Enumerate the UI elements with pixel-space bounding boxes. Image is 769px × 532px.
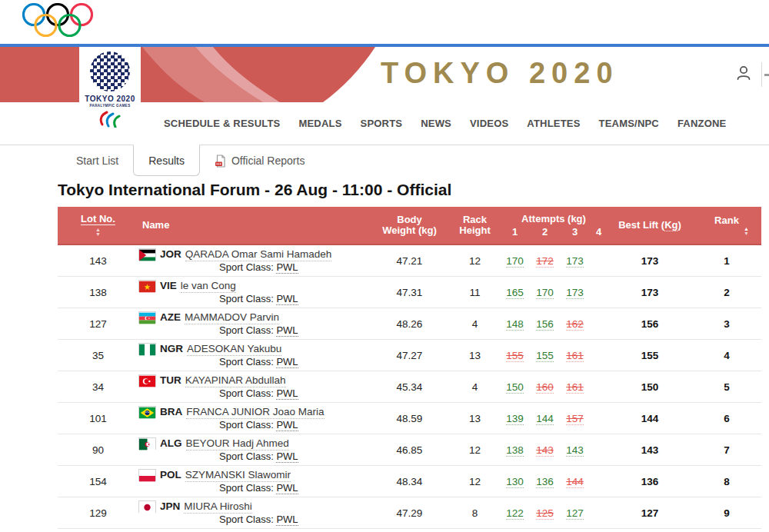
sport-class-value[interactable]: PWL bbox=[276, 419, 298, 431]
attempt-4 bbox=[590, 350, 608, 361]
attempt-3-good[interactable]: 173 bbox=[560, 287, 590, 298]
attempt-1-good[interactable]: 165 bbox=[500, 287, 530, 298]
body-weight: 46.85 bbox=[369, 444, 450, 456]
sport-class-value[interactable]: PWL bbox=[276, 293, 298, 305]
attempt-1-good[interactable]: 170 bbox=[500, 255, 530, 267]
nav-item-medals[interactable]: MEDALS bbox=[298, 118, 341, 129]
emblem-title: TOKYO 2020 bbox=[85, 95, 135, 103]
table-header-row: Lot No. ▲▼ Name BodyWeight (kg) RackHeig… bbox=[58, 207, 761, 245]
nav-item-news[interactable]: NEWS bbox=[421, 118, 451, 129]
attempt-1-fail[interactable]: 155 bbox=[500, 350, 530, 361]
rack-height: 12 bbox=[450, 255, 500, 267]
nav-item-sports[interactable]: SPORTS bbox=[361, 118, 403, 129]
rank-sort-icon[interactable]: ▲▼ bbox=[744, 227, 749, 236]
attempt-1-good[interactable]: 138 bbox=[500, 444, 530, 456]
tab-results[interactable]: Results bbox=[133, 145, 200, 176]
attempt-3-good[interactable]: 143 bbox=[560, 444, 590, 456]
col-header-lot-no[interactable]: Lot No. ▲▼ bbox=[58, 207, 138, 244]
rack-height: 13 bbox=[450, 350, 500, 361]
nav-item-fanzone[interactable]: FANZONE bbox=[677, 118, 727, 129]
sport-class-value[interactable]: PWL bbox=[276, 324, 298, 337]
sport-class-value[interactable]: PWL bbox=[276, 482, 298, 494]
athlete-name[interactable]: QARADA Omar Sami Hamadeh bbox=[185, 248, 332, 261]
page-title: Tokyo International Forum - 26 Aug - 11:… bbox=[58, 181, 769, 199]
athlete-name[interactable]: MAMMADOV Parvin bbox=[185, 311, 279, 324]
attempt-1-good[interactable]: 150 bbox=[500, 381, 530, 393]
tab-official-reports[interactable]: Official Reports bbox=[200, 145, 319, 176]
attempts-cell: 165170173 bbox=[500, 287, 608, 298]
body-weight: 47.29 bbox=[369, 507, 450, 519]
table-row: 127AZEMAMMADOV ParvinSport Class: PWL48.… bbox=[58, 308, 761, 340]
rank: 2 bbox=[692, 287, 761, 298]
sport-class-value[interactable]: PWL bbox=[276, 451, 298, 463]
attempt-1-good[interactable]: 122 bbox=[500, 507, 530, 519]
sport-class-value[interactable]: PWL bbox=[276, 387, 298, 400]
col-header-rank[interactable]: Rank ▲▼ bbox=[692, 207, 761, 244]
attempt-1-good[interactable]: 139 bbox=[500, 413, 530, 424]
athlete-cell: JORQARADA Omar Sami HamadehSport Class: … bbox=[138, 248, 369, 274]
attempt-3-fail[interactable]: 161 bbox=[560, 381, 590, 393]
attempt-3-fail[interactable]: 144 bbox=[560, 476, 590, 487]
sort-desc-icon[interactable]: ▼ bbox=[744, 231, 749, 236]
best-lift: 173 bbox=[608, 255, 692, 267]
nav-item-videos[interactable]: VIDEOS bbox=[470, 118, 508, 129]
attempt-2-good[interactable]: 170 bbox=[530, 287, 560, 298]
olympic-rings-icon[interactable] bbox=[22, 3, 94, 42]
attempt-1-good[interactable]: 148 bbox=[500, 318, 530, 330]
sport-class-value[interactable]: PWL bbox=[276, 356, 298, 368]
attempt-3-fail[interactable]: 162 bbox=[560, 318, 590, 330]
table-row: 138VIEle van CongSport Class: PWL47.3111… bbox=[58, 277, 761, 308]
athlete-name[interactable]: BEYOUR Hadj Ahmed bbox=[186, 437, 289, 451]
bra-flag-icon bbox=[138, 406, 156, 418]
athlete-cell: VIEle van CongSport Class: PWL bbox=[138, 280, 369, 305]
attempts-cell: 122125127 bbox=[500, 507, 608, 519]
nav-item-teams-npc[interactable]: TEAMS/NPC bbox=[599, 118, 659, 129]
attempt-2-fail[interactable]: 172 bbox=[530, 255, 560, 267]
attempt-3-fail[interactable]: 157 bbox=[560, 413, 590, 424]
nav-item-athletes[interactable]: ATHLETES bbox=[527, 118, 580, 129]
sport-class-value[interactable]: PWL bbox=[276, 514, 298, 526]
vie-flag-icon bbox=[138, 280, 156, 292]
cropped-menu-icon bbox=[764, 74, 769, 76]
athlete-name[interactable]: SZYMANSKI Slawomir bbox=[185, 469, 291, 482]
sport-class-value[interactable]: PWL bbox=[276, 261, 298, 274]
attempt-col-2: 2 bbox=[530, 227, 560, 238]
lot-sort-icon[interactable]: ▲▼ bbox=[95, 228, 101, 237]
rank: 8 bbox=[692, 476, 761, 487]
body-weight: 47.31 bbox=[369, 287, 450, 298]
attempt-3-good[interactable]: 127 bbox=[560, 507, 590, 519]
attempt-3-fail[interactable]: 161 bbox=[560, 350, 590, 361]
attempt-2-good[interactable]: 144 bbox=[530, 413, 560, 424]
pdf-document-icon bbox=[215, 155, 226, 168]
attempt-2-fail[interactable]: 143 bbox=[530, 444, 560, 456]
athlete-name[interactable]: MIURA Hiroshi bbox=[184, 500, 252, 514]
attempt-2-good[interactable]: 155 bbox=[530, 350, 560, 361]
tab-start-list[interactable]: Start List bbox=[62, 145, 133, 176]
attempt-1-good[interactable]: 130 bbox=[500, 476, 530, 487]
best-lift: 155 bbox=[608, 350, 692, 361]
athlete-name[interactable]: FRANCA JUNIOR Joao Maria bbox=[186, 406, 324, 419]
lot-number: 127 bbox=[58, 318, 138, 330]
sport-class-label: Sport Class: bbox=[219, 419, 276, 431]
attempt-3-good[interactable]: 173 bbox=[560, 255, 590, 267]
sport-class-label: Sport Class: bbox=[219, 451, 276, 462]
lot-number: 143 bbox=[58, 255, 138, 267]
attempt-col-3: 3 bbox=[560, 227, 590, 238]
athlete-name[interactable]: ADESOKAN Yakubu bbox=[187, 343, 281, 356]
attempt-2-fail[interactable]: 125 bbox=[530, 507, 560, 519]
rank: 9 bbox=[692, 507, 761, 519]
lot-number: 90 bbox=[58, 444, 138, 456]
attempt-2-good[interactable]: 156 bbox=[530, 318, 560, 330]
table-body: 143JORQARADA Omar Sami HamadehSport Clas… bbox=[58, 245, 761, 529]
attempt-2-fail[interactable]: 160 bbox=[530, 381, 560, 393]
athlete-name[interactable]: KAYAPINAR Abdullah bbox=[185, 374, 286, 387]
paralympic-emblem[interactable]: TOKYO 2020 PARALYMPIC GAMES bbox=[79, 47, 141, 138]
attempt-col-4: 4 bbox=[590, 227, 608, 238]
attempt-2-good[interactable]: 136 bbox=[530, 476, 560, 487]
nav-item-schedule-results[interactable]: SCHEDULE & RESULTS bbox=[164, 118, 280, 129]
sort-desc-icon[interactable]: ▼ bbox=[95, 232, 101, 237]
emblem-subtitle: PARALYMPIC GAMES bbox=[89, 104, 130, 108]
user-account-icon[interactable] bbox=[734, 63, 754, 86]
athlete-name[interactable]: le van Cong bbox=[181, 280, 236, 293]
noc-code: NGR bbox=[160, 343, 183, 355]
